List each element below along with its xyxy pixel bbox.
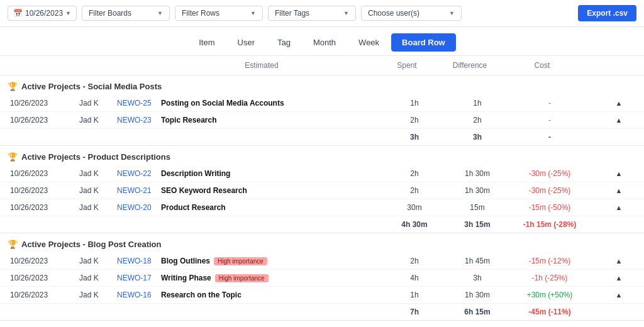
row-ticket[interactable]: NEWO-18 — [114, 257, 158, 265]
row-user: Jad K — [77, 169, 114, 178]
export-button[interactable]: Export .csv — [578, 5, 636, 21]
filter-tags-select[interactable]: Filter Tags ▼ — [268, 6, 356, 21]
row-spent: 1h — [449, 99, 506, 108]
row-title: Blog Outlines High importance — [158, 257, 380, 265]
choose-users-chevron: ▼ — [449, 10, 455, 16]
row-diff: - — [506, 99, 594, 108]
tab-week[interactable]: Week — [348, 33, 390, 52]
row-date: 10/26/2023 — [8, 274, 77, 282]
row-title: Research on the Topic — [158, 291, 380, 299]
row-date: 10/26/2023 — [8, 203, 77, 212]
row-estimated: 2h — [380, 169, 449, 178]
row-ticket[interactable]: NEWO-17 — [114, 274, 158, 282]
row-user: Jad K — [77, 291, 114, 299]
row-ticket[interactable]: NEWO-16 — [114, 291, 158, 299]
summary-estimated: 3h — [380, 133, 449, 141]
tab-month[interactable]: Month — [303, 33, 347, 52]
section-blog-post-header: 🏆 Active Projects - Blog Post Creation — [0, 233, 644, 253]
table-row: 10/26/2023 Jad K NEWO-17 Writing Phase H… — [0, 270, 644, 287]
table-row: 10/26/2023 Jad K NEWO-20 Product Researc… — [0, 199, 644, 216]
filter-rows-chevron: ▼ — [250, 10, 256, 16]
row-estimated: 1h — [380, 99, 449, 108]
row-title: Description Writing — [158, 169, 380, 178]
summary-spent: 3h 15m — [449, 220, 506, 229]
row-title: Writing Phase High importance — [158, 274, 380, 282]
row-estimated: 2h — [380, 116, 449, 125]
row-diff: - — [506, 116, 594, 125]
row-ticket[interactable]: NEWO-20 — [114, 203, 158, 212]
tab-board-row[interactable]: Board Row — [391, 33, 456, 52]
summary-row: 4h 30m 3h 15m -1h 15m (-28%) — [0, 216, 644, 233]
row-spent: 15m — [449, 203, 506, 212]
row-action[interactable]: ▲ — [594, 187, 644, 194]
summary-diff: -45m (-11%) — [506, 308, 594, 316]
row-title: Topic Research — [158, 116, 380, 125]
importance-badge: High importance — [215, 274, 269, 282]
tab-user[interactable]: User — [227, 33, 265, 52]
table-row: 10/26/2023 Jad K NEWO-25 Posting on Soci… — [0, 95, 644, 112]
trophy-icon: 🏆 — [8, 82, 18, 91]
row-action[interactable]: ▲ — [594, 116, 644, 124]
row-ticket[interactable]: NEWO-23 — [114, 116, 158, 125]
row-date: 10/26/2023 — [8, 99, 77, 108]
table-row: 10/26/2023 Jad K NEWO-23 Topic Research … — [0, 112, 644, 129]
row-estimated: 2h — [380, 257, 449, 265]
row-title: Posting on Social Media Accounts — [158, 99, 380, 108]
row-date: 10/26/2023 — [8, 186, 77, 195]
summary-row: 3h 3h - — [0, 129, 644, 146]
filter-boards-select[interactable]: Filter Boards ▼ — [82, 6, 170, 21]
row-ticket[interactable]: NEWO-21 — [114, 186, 158, 195]
difference-header: Difference — [441, 60, 498, 71]
importance-badge: High importance — [214, 257, 267, 265]
cost-header: Cost — [498, 60, 586, 71]
row-diff: -30m (-25%) — [506, 186, 594, 195]
content-area: Estimated Spent Difference Cost 🏆 Active… — [0, 56, 644, 327]
row-action[interactable]: ▲ — [594, 291, 644, 299]
date-picker[interactable]: 📅 10/26/2023 ▼ — [8, 6, 77, 21]
summary-diff: - — [506, 133, 594, 141]
choose-users-select[interactable]: Choose user(s) ▼ — [361, 6, 462, 21]
filter-rows-select[interactable]: Filter Rows ▼ — [175, 6, 263, 21]
table-row: 10/26/2023 Jad K NEWO-16 Research on the… — [0, 287, 644, 304]
row-spent: 2h — [449, 116, 506, 125]
row-estimated: 4h — [380, 274, 449, 282]
section-social-media-header: 🏆 Active Projects - Social Media Posts — [0, 75, 644, 95]
row-diff: +30m (+50%) — [506, 291, 594, 299]
trophy-icon: 🏆 — [8, 152, 18, 162]
calendar-icon: 📅 — [13, 9, 23, 18]
tab-bar: Item User Tag Month Week Board Row — [0, 27, 644, 56]
row-spent: 1h 30m — [449, 291, 506, 299]
column-headers: Estimated Spent Difference Cost — [0, 56, 644, 75]
row-user: Jad K — [77, 257, 114, 265]
tab-item[interactable]: Item — [188, 33, 225, 52]
row-title: SEO Keyword Research — [158, 186, 380, 195]
summary-spent: 6h 15m — [449, 308, 506, 316]
spent-header: Spent — [372, 60, 441, 71]
tab-tag[interactable]: Tag — [267, 33, 301, 52]
row-user: Jad K — [77, 274, 114, 282]
summary-diff: -1h 15m (-28%) — [506, 220, 594, 229]
row-title: Product Research — [158, 203, 380, 212]
row-action[interactable]: ▲ — [594, 274, 644, 282]
row-estimated: 2h — [380, 186, 449, 195]
row-action[interactable]: ▲ — [594, 204, 644, 211]
summary-estimated: 4h 30m — [380, 220, 449, 229]
row-ticket[interactable]: NEWO-22 — [114, 169, 158, 178]
row-diff: -15m (-50%) — [506, 203, 594, 212]
row-spent: 1h 30m — [449, 186, 506, 195]
row-estimated: 30m — [380, 203, 449, 212]
row-user: Jad K — [77, 186, 114, 195]
row-ticket[interactable]: NEWO-25 — [114, 99, 158, 108]
row-diff: -15m (-12%) — [506, 257, 594, 265]
table-row: 10/26/2023 Jad K NEWO-22 Description Wri… — [0, 165, 644, 182]
row-user: Jad K — [77, 116, 114, 125]
date-value: 10/26/2023 — [25, 9, 63, 18]
summary-row: 7h 6h 15m -45m (-11%) — [0, 304, 644, 321]
spacer-header — [0, 60, 151, 71]
trophy-icon: 🏆 — [8, 240, 18, 249]
row-action[interactable]: ▲ — [594, 257, 644, 265]
row-action[interactable]: ▲ — [594, 170, 644, 177]
row-spent: 1h 30m — [449, 169, 506, 178]
row-action[interactable]: ▲ — [594, 99, 644, 107]
row-user: Jad K — [77, 99, 114, 108]
